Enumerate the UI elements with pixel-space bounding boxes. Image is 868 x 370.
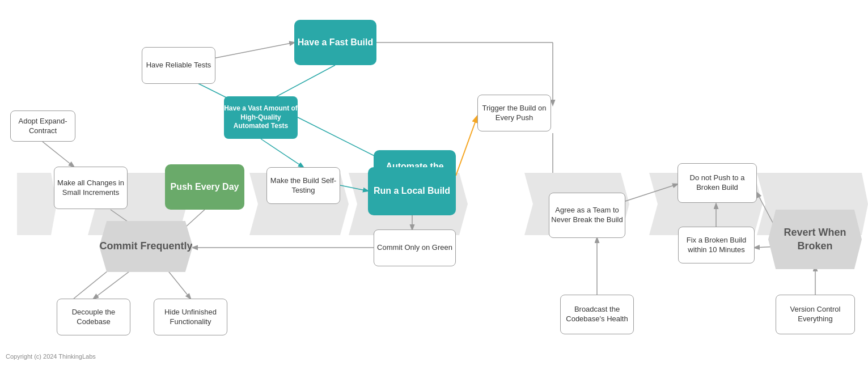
svg-line-13	[456, 116, 477, 176]
fix-broken-build-node: Fix a Broken Build within 10 Minutes	[678, 227, 755, 263]
svg-line-31	[340, 185, 368, 191]
push-every-day-node: Push Every Day	[165, 164, 244, 210]
agree-team-node: Agree as a Team to Never Break the Build	[549, 193, 625, 238]
version-control-node: Version Control Everything	[776, 295, 855, 334]
commit-frequently-node: Commit Frequently	[99, 221, 193, 272]
hide-unfinished-node: Hide Unfinished Functionality	[154, 299, 227, 335]
do-not-push-broken-node: Do not Push to a Broken Build	[678, 163, 757, 203]
trigger-build-node: Trigger the Build on Every Push	[477, 95, 551, 131]
run-local-build-node: Run a Local Build	[368, 167, 456, 215]
adopt-expand-contract-node: Adopt Expand-Contract	[10, 110, 75, 142]
broadcast-health-node: Broadcast the Codebase's Health	[560, 295, 634, 334]
revert-broken-node: Revert When Broken	[768, 210, 862, 269]
have-reliable-tests-node: Have Reliable Tests	[142, 47, 215, 84]
svg-line-11	[261, 139, 303, 167]
decouple-codebase-node: Decouple the Codebase	[57, 299, 130, 335]
have-fast-build-node: Have a Fast Build	[294, 20, 376, 65]
diagram-container: Have a Fast Build Have Reliable Tests Ad…	[0, 0, 868, 363]
vast-amount-tests-node: Have a Vast Amount of High-Quality Autom…	[224, 96, 298, 139]
svg-line-20	[43, 142, 74, 167]
make-build-self-testing-node: Make the Build Self-Testing	[266, 167, 340, 204]
commit-only-green-node: Commit Only on Green	[374, 229, 456, 266]
svg-line-24	[625, 184, 678, 201]
make-small-increments-node: Make all Changes in Small Increments	[54, 167, 128, 209]
svg-marker-0	[17, 173, 57, 235]
copyright-text: Copyright (c) 2024 ThinkingLabs	[6, 353, 96, 360]
